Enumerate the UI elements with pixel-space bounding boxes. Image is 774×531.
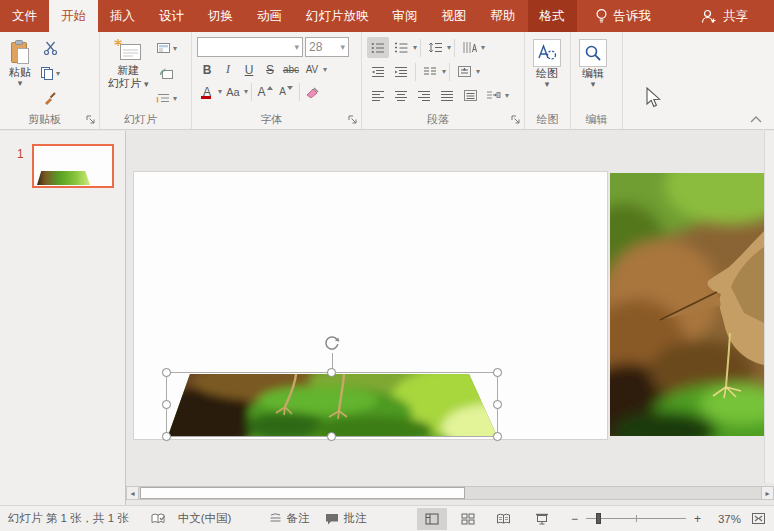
paste-dropdown-arrow[interactable]: ▾ [18,79,23,87]
text-direction-button[interactable] [458,37,480,58]
notes-button[interactable]: 备注 [269,511,309,526]
layout-dropdown-arrow[interactable]: ▾ [173,44,177,53]
horizontal-scrollbar-track[interactable] [139,486,761,500]
resize-handle-top-middle[interactable] [327,368,336,377]
shrink-font-button[interactable]: A [276,82,296,101]
char-spacing-dropdown-arrow[interactable]: ▾ [323,65,327,74]
bird-picture[interactable] [610,173,764,436]
tab-view[interactable]: 视图 [430,0,479,32]
tab-help[interactable]: 帮助 [479,0,528,32]
resize-handle-top-right[interactable] [493,368,502,377]
drawing-button[interactable]: 绘图 ▾ [530,37,564,90]
smartart-dropdown-arrow[interactable]: ▾ [505,91,509,100]
align-right-button[interactable] [413,85,435,106]
distribute-button[interactable] [459,85,481,106]
font-color-button[interactable]: A [197,82,217,101]
reading-view-button[interactable] [489,508,519,530]
clear-formatting-button[interactable] [303,82,323,101]
tab-picture-format[interactable]: 格式 [528,0,577,32]
resize-handle-middle-right[interactable] [493,400,502,409]
zoom-percentage[interactable]: 37% [709,513,741,525]
zoom-out-button[interactable]: − [569,512,580,526]
grow-font-button[interactable]: A [255,82,275,101]
tab-transitions[interactable]: 切换 [196,0,245,32]
slide-thumbnail[interactable] [32,144,114,188]
line-spacing-dropdown-arrow[interactable]: ▾ [447,43,451,52]
font-name-combo[interactable]: ▾ [197,37,303,57]
justify-button[interactable] [436,85,458,106]
editing-button[interactable]: 编辑 ▾ [576,37,610,90]
comments-button[interactable]: 批注 [325,511,366,526]
scroll-right-arrow[interactable]: ▸ [761,486,774,500]
italic-button[interactable]: I [218,60,238,79]
resize-handle-top-left[interactable] [162,368,171,377]
increase-indent-button[interactable] [390,61,412,82]
resize-handle-bottom-right[interactable] [493,432,502,441]
tab-file[interactable]: 文件 [0,0,49,32]
normal-view-button[interactable] [417,508,447,530]
resize-handle-middle-left[interactable] [162,400,171,409]
font-dialog-launcher-icon[interactable] [348,115,358,125]
reset-button[interactable] [156,62,178,84]
text-direction-dropdown-arrow[interactable]: ▾ [481,43,485,52]
decrease-indent-button[interactable] [367,61,389,82]
resize-handle-bottom-middle[interactable] [327,432,336,441]
new-slide-dropdown-arrow[interactable]: ▾ [144,79,149,89]
align-center-button[interactable] [390,85,412,106]
tab-animations[interactable]: 动画 [245,0,294,32]
tab-insert[interactable]: 插入 [98,0,147,32]
line-spacing-button[interactable] [424,37,446,58]
vertical-scrollbar[interactable] [764,131,774,483]
change-case-button[interactable]: Aa [223,82,243,101]
drawing-dropdown-arrow[interactable]: ▾ [545,80,550,88]
copy-button[interactable]: ▾ [39,62,61,84]
language-button[interactable]: 中文(中国) [178,511,232,526]
underline-button[interactable]: U [239,60,259,79]
slide-sorter-view-button[interactable] [453,508,483,530]
align-text-dropdown-arrow[interactable]: ▾ [476,67,480,76]
align-text-button[interactable] [453,61,475,82]
horizontal-scrollbar-thumb[interactable] [140,487,465,499]
copy-dropdown-arrow[interactable]: ▾ [56,69,60,78]
paste-button[interactable]: 粘贴 ▾ [5,37,35,89]
bullets-button[interactable] [367,37,389,58]
tab-home[interactable]: 开始 [49,0,98,32]
numbering-button[interactable] [390,37,412,58]
smartart-convert-button[interactable] [482,85,504,106]
zoom-in-button[interactable]: + [692,512,703,526]
resize-handle-bottom-left[interactable] [162,432,171,441]
section-button[interactable]: ▾ [156,87,178,109]
numbering-dropdown-arrow[interactable]: ▾ [413,43,417,52]
clipboard-dialog-launcher-icon[interactable] [86,115,96,125]
editing-dropdown-arrow[interactable]: ▾ [591,80,596,88]
fit-slide-to-window-button[interactable] [751,512,766,525]
section-dropdown-arrow[interactable]: ▾ [173,94,177,103]
spell-check-button[interactable] [151,512,166,525]
align-left-button[interactable] [367,85,389,106]
tell-me-button[interactable]: 告诉我 [583,8,664,25]
font-color-dropdown-arrow[interactable]: ▾ [218,87,222,96]
character-spacing-button[interactable]: AV [302,60,322,79]
format-painter-button[interactable] [39,87,61,109]
zoom-slider-track[interactable] [586,512,686,525]
font-size-combo[interactable]: 28 ▾ [305,37,349,57]
tab-slideshow[interactable]: 幻灯片放映 [294,0,381,32]
columns-button[interactable] [419,61,441,82]
strikethrough-button[interactable]: abc [281,60,301,79]
slideshow-view-button[interactable] [527,508,557,530]
change-case-dropdown-arrow[interactable]: ▾ [244,87,248,96]
font-size-dropdown-arrow[interactable]: ▾ [340,42,345,52]
scroll-left-arrow[interactable]: ◂ [126,486,139,500]
collapse-ribbon-chevron-icon[interactable] [750,116,762,123]
bold-button[interactable]: B [197,60,217,79]
slide-counter[interactable]: 幻灯片 第 1 张，共 1 张 [8,511,129,526]
text-shadow-button[interactable]: S [260,60,280,79]
cut-button[interactable] [39,37,61,59]
new-slide-button[interactable]: 新建 幻灯片 ▾ [105,37,152,92]
share-button[interactable]: 共享 [689,8,760,25]
font-name-dropdown-arrow[interactable]: ▾ [294,42,299,52]
layout-button[interactable]: ▾ [156,37,178,59]
columns-dropdown-arrow[interactable]: ▾ [442,67,446,76]
tab-design[interactable]: 设计 [147,0,196,32]
rotate-handle-icon[interactable] [322,333,342,353]
